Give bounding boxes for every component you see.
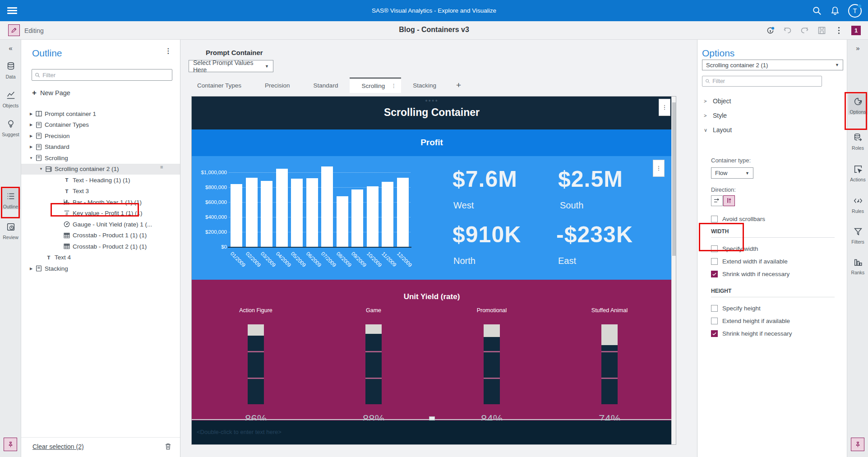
checkbox-unchecked-icon[interactable] (711, 245, 718, 252)
rail-item-filters[interactable]: Filters (848, 224, 868, 245)
rail-item-data[interactable]: Data (1, 59, 20, 79)
checkbox-checked-icon[interactable] (711, 330, 718, 337)
avoid-scrollbars-checkbox-row[interactable]: Avoid scrollbars (711, 216, 765, 222)
width-option-2-checkbox-row[interactable]: Shrink width if necessary (711, 271, 790, 277)
tree-row[interactable]: ▶Container Types (21, 120, 180, 131)
profit-bar[interactable] (351, 189, 363, 247)
options-section-layout[interactable]: ∨Layout (697, 123, 848, 137)
rail-item-review[interactable]: Review (1, 219, 20, 240)
chevron-expanded-icon[interactable]: ▼ (38, 167, 44, 171)
tree-row[interactable]: Gauge - Unit Yield (rate) 1 (... (21, 219, 180, 230)
gauge-bar[interactable] (248, 324, 264, 404)
tree-row[interactable]: TText 4 (21, 252, 180, 263)
scrolling-container-object[interactable]: ●●●● Scrolling Container ⋮ Profit ⋮ $0$2… (191, 96, 676, 445)
clear-selection-link[interactable]: Clear selection (2) (32, 443, 84, 450)
user-avatar[interactable]: T (848, 4, 862, 18)
collapse-panel-chevron[interactable]: « (0, 44, 21, 52)
save-icon[interactable] (817, 26, 826, 35)
add-page-tab-button[interactable]: + (448, 78, 469, 93)
outline-filter-input[interactable] (42, 72, 169, 78)
options-section-object[interactable]: >Object (697, 94, 848, 108)
undo-icon[interactable] (783, 26, 792, 35)
gauge-bar[interactable] (365, 324, 382, 404)
profit-bar[interactable] (367, 186, 379, 247)
chevron-collapsed-icon[interactable]: ▶ (28, 123, 34, 127)
profit-bar[interactable] (382, 182, 393, 247)
tree-row[interactable]: #Key value - Profit 1 (1) (1) (21, 208, 180, 219)
tree-row[interactable]: Bar - Month Year 1 (1) (1) (21, 197, 180, 208)
resize-handle[interactable] (429, 416, 435, 420)
tree-row[interactable]: Crosstab - Product 1 (1) (1) (21, 230, 180, 241)
profit-bar[interactable] (321, 166, 333, 247)
rail-item-rules[interactable]: Rules (848, 193, 868, 214)
outline-panel-kebab-icon[interactable]: ⋮ (165, 50, 172, 58)
chevron-expanded-icon[interactable]: ▼ (28, 156, 34, 160)
more-options-kebab-icon[interactable] (834, 26, 844, 35)
gauge-bar[interactable] (484, 324, 500, 404)
scrollbar-thumb[interactable] (672, 102, 676, 256)
prompt-values-dropdown[interactable]: Select Prompt Values Here ▼ (189, 60, 273, 72)
tab-container-types[interactable]: Container Types (185, 78, 253, 93)
pin-panel-button[interactable] (4, 438, 17, 451)
options-section-style[interactable]: >Style (697, 108, 848, 123)
object-selector-dropdown[interactable]: Scrolling container 2 (1) ▼ (702, 60, 843, 70)
profit-bar[interactable] (337, 196, 348, 247)
direction-horizontal-button[interactable] (711, 195, 723, 206)
redo-icon[interactable] (800, 26, 809, 35)
tree-row-menu-icon[interactable]: ≡ (160, 166, 166, 168)
alert-count-badge[interactable]: 1 (851, 26, 861, 35)
tab-precision[interactable]: Precision (253, 78, 302, 93)
profit-bar[interactable] (397, 178, 409, 247)
rail-item-suggest[interactable]: Suggest (1, 116, 20, 137)
tab-scrolling[interactable]: Scrolling⋮ (350, 78, 401, 93)
tree-row[interactable]: Crosstab - Product 2 (1) (1) (21, 241, 180, 252)
tab-kebab-icon[interactable]: ⋮ (391, 85, 395, 87)
profit-bar[interactable] (261, 181, 272, 247)
checkbox-unchecked-icon[interactable] (711, 258, 718, 265)
height-option-2-checkbox-row[interactable]: Shrink height if necessary (711, 330, 792, 337)
tree-row[interactable]: ▶Stacking (21, 263, 180, 274)
chevron-collapsed-icon[interactable]: ▶ (28, 112, 34, 116)
tree-row[interactable]: ▼Scrolling (21, 152, 180, 164)
text-placeholder-band[interactable]: <Double-click to enter text here> (192, 420, 672, 444)
profit-bar[interactable] (246, 178, 258, 247)
height-option-1-checkbox-row[interactable]: Extend height if available (711, 318, 790, 324)
rail-item-options[interactable]: Options (848, 94, 868, 115)
new-page-button[interactable]: +New Page (32, 88, 70, 97)
rail-item-roles[interactable]: Roles (848, 130, 868, 151)
options-filter-input[interactable] (712, 78, 819, 84)
profit-bar[interactable] (291, 179, 303, 247)
tab-standard[interactable]: Standard (302, 78, 350, 93)
direction-vertical-button[interactable] (723, 195, 735, 206)
checkbox-unchecked-icon[interactable] (711, 305, 718, 312)
profit-bar[interactable] (276, 169, 288, 247)
height-option-0-checkbox-row[interactable]: Specify height (711, 305, 761, 312)
container-kebab-icon[interactable]: ⋮ (659, 99, 670, 116)
checkbox-unchecked-icon[interactable] (711, 216, 718, 222)
rail-item-outline[interactable]: Outline (1, 189, 20, 209)
chevron-collapsed-icon[interactable]: ▶ (28, 134, 34, 138)
tree-row[interactable]: ▶Standard (21, 142, 180, 153)
key-value-kebab-icon[interactable]: ⋮ (653, 160, 665, 177)
profit-bar[interactable] (231, 184, 242, 247)
rail-item-objects[interactable]: Objects (1, 88, 20, 108)
tree-row[interactable]: ▶Precision (21, 130, 180, 142)
rail-item-actions[interactable]: Actions (848, 162, 868, 182)
container-scrollbar[interactable] (671, 97, 676, 444)
profit-bar[interactable] (306, 178, 318, 247)
trash-icon[interactable] (164, 442, 172, 451)
tree-row[interactable]: TText 3 (21, 186, 180, 197)
chevron-collapsed-icon[interactable]: ▶ (28, 267, 34, 271)
tab-stacking[interactable]: Stacking (401, 78, 448, 93)
rail-item-ranks[interactable]: Ranks (848, 254, 868, 275)
tree-row[interactable]: ▶Prompt container 1 (21, 108, 180, 120)
checkbox-checked-icon[interactable] (711, 271, 718, 277)
pin-panel-button[interactable] (851, 438, 864, 451)
tree-row[interactable]: TText - Heading (1) (1) (21, 175, 180, 186)
drag-handle-dots[interactable]: ●●●● (192, 98, 672, 103)
search-icon[interactable] (812, 6, 822, 16)
refresh-icon[interactable] (766, 26, 775, 35)
notifications-bell-icon[interactable] (830, 6, 840, 16)
gauge-bar[interactable] (601, 324, 618, 404)
checkbox-unchecked-icon[interactable] (711, 318, 718, 324)
